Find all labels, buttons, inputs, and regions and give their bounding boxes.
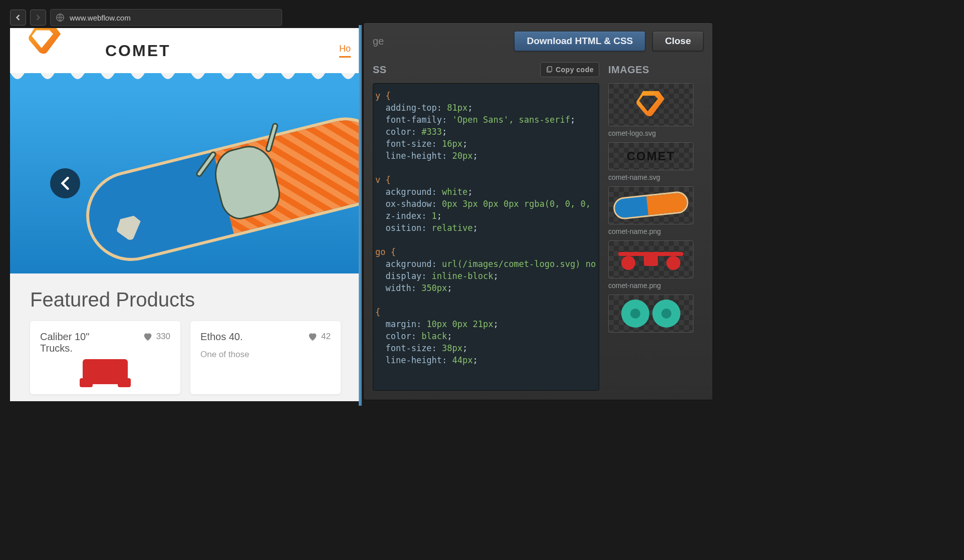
hero-slider [10,88,361,273]
heart-icon [307,331,318,342]
product-card[interactable]: Caliber 10" Trucks. 330 [30,321,180,394]
product-likes[interactable]: 42 [307,331,331,342]
image-filename: comet-name.png [608,282,703,290]
copy-code-button[interactable]: Copy code [540,62,599,77]
product-title: Ethos 40. [200,331,243,343]
nav-forward-button[interactable] [30,10,46,26]
site-preview-pane: COMET Ho Featured Products [10,28,361,401]
image-thumbnail[interactable] [608,83,693,126]
featured-heading: Featured Products [30,289,341,311]
browser-toolbar: www.webflow.com [10,8,282,28]
image-thumbnail[interactable] [608,186,693,224]
product-image [83,359,128,384]
brand-logo-icon [20,28,70,61]
svg-rect-2 [548,67,552,72]
wave-decoration [10,73,361,88]
site-header: COMET Ho [10,28,361,73]
css-column: SS Copy code y { adding-top: 81px; font-… [373,61,599,391]
address-bar[interactable]: www.webflow.com [50,9,282,26]
brand-name: COMET [105,42,171,60]
product-card[interactable]: Ethos 40. 42 One of those [190,321,341,394]
likes-count: 330 [156,332,170,342]
export-panel: ge Download HTML & CSS Close SS Copy cod… [363,23,713,400]
image-filename: comet-name.svg [608,173,703,181]
globe-icon [56,13,65,22]
image-thumbnail[interactable] [608,240,693,278]
copy-icon [546,66,553,73]
download-button[interactable]: Download HTML & CSS [514,31,645,51]
image-thumbnail[interactable]: COMET [608,142,693,170]
images-heading: IMAGES [608,64,649,76]
slider-prev-button[interactable] [50,168,80,198]
image-filename: comet-name.png [608,227,703,235]
images-column: IMAGES comet-logo.svg COMET comet-name.s… [608,61,703,391]
panel-header: ge Download HTML & CSS Close [373,30,703,52]
likes-count: 42 [321,332,331,342]
heart-icon [142,331,153,342]
chevron-right-icon [35,15,41,21]
hero-board-illustration [77,108,361,273]
breadcrumb: ge [373,36,384,47]
product-likes[interactable]: 330 [142,331,170,342]
image-filename: comet-logo.svg [608,129,703,137]
css-tab[interactable]: SS [373,64,387,76]
product-description: One of those [200,350,331,360]
nav-link-home[interactable]: Ho [339,44,351,58]
image-thumbnail[interactable] [608,295,693,333]
split-divider[interactable] [359,25,362,406]
featured-section: Featured Products Caliber 10" Trucks. 33… [10,273,361,394]
chevron-left-icon [15,15,21,21]
url-text: www.webflow.com [70,14,131,22]
chevron-left-icon [61,177,70,190]
nav-back-button[interactable] [10,10,26,26]
close-button[interactable]: Close [652,31,703,51]
product-title: Caliber 10" Trucks. [40,331,110,354]
css-code-view[interactable]: y { adding-top: 81px; font-family: 'Open… [373,83,599,391]
